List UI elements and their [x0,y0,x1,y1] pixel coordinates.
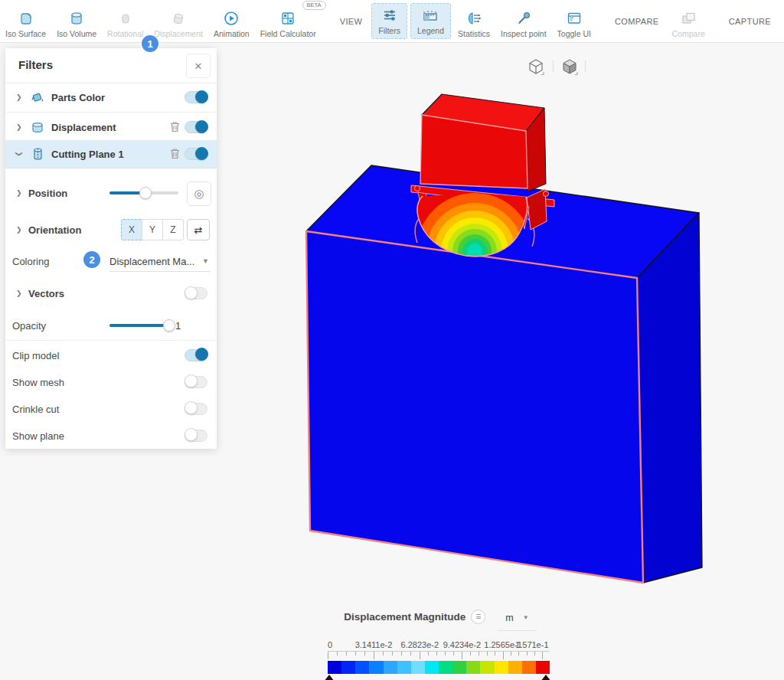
colorbar-segment [439,661,452,674]
minor-tick [436,652,437,655]
legend-icon [422,5,439,25]
view-cube-solid-button[interactable] [557,57,582,77]
axis-selector: XYZ [121,219,184,240]
toggle-knob [195,90,208,103]
toolbar-item-label: Statistics [458,29,490,38]
toggle-knob [185,401,198,414]
toggle-knob [185,428,198,441]
minor-tick [479,652,479,655]
toggle-knob [185,286,198,299]
switch-row-show-mesh: Show mesh [5,368,217,395]
filters-panel: Filters ✕ ❯Parts Color❯Displacement❯Cutt… [5,48,217,449]
clip-model-toggle[interactable] [185,349,207,361]
punch-nub-right [544,191,549,197]
toolbar-item-inspect-point[interactable]: Inspect point [495,0,552,42]
coloring-dropdown[interactable]: Displacement Ma... [109,256,201,267]
filter-visibility-toggle[interactable] [185,148,207,160]
filter-row-label: Parts Color [51,92,105,103]
toolbar-item-animation[interactable]: Animation [208,0,255,42]
colorbar-segment [328,661,341,674]
punch-nub-left [415,186,420,191]
chevron-right-icon[interactable]: ❯ [16,93,22,101]
close-panel-button[interactable]: ✕ [186,54,211,78]
range-max-marker[interactable] [541,675,551,680]
vectors-toggle[interactable] [185,287,207,299]
minor-tick [527,652,528,655]
legend-bar: Displacement Magnitude ☰ m ▼ 03.1411e-26… [320,606,560,680]
filter-visibility-toggle[interactable] [185,91,207,103]
axis-button-z[interactable]: Z [162,219,184,240]
trash-icon[interactable] [169,148,181,161]
toolbar-item-statistics[interactable]: Statistics [452,0,495,42]
switch-row-clip-model: Clip model [5,342,217,368]
chevron-right-icon[interactable]: ❯ [16,289,22,297]
toggle-knob [185,374,198,387]
colorbar-segment [425,661,439,674]
colorbar-tick-label: 0 [328,640,332,649]
toolbar-item-label: Iso Volume [57,29,96,38]
flip-orientation-button[interactable]: ⇄ [187,219,210,240]
vectors-label: Vectors [28,288,64,299]
axis-button-y[interactable]: Y [142,219,163,240]
swap-arrows-icon: ⇄ [194,224,203,236]
axis-button-x[interactable]: X [121,219,142,240]
colorbar-tick-label: 3.1411e-2 [355,640,393,649]
legend-menu-button[interactable]: ☰ [471,610,485,624]
top-toolbar: Iso SurfaceIso VolumeRotationalDisplacem… [0,0,784,43]
chevron-down-icon[interactable]: ❯ [15,151,23,157]
toolbar-item-label: Iso Surface [5,29,46,38]
filter-visibility-toggle[interactable] [185,121,207,133]
unit-dropdown[interactable]: m ▼ [498,610,536,631]
slider-knob[interactable] [163,319,175,332]
filter-row-parts-color[interactable]: ❯Parts Color [5,83,217,113]
slider-knob[interactable] [139,187,152,199]
chevron-right-icon[interactable]: ❯ [16,226,22,234]
view-cube-wireframe-button[interactable] [524,57,548,77]
displacement-icon [170,8,187,28]
toolbar-item-displacement[interactable]: Displacement [149,0,208,42]
crinkle-cut-toggle[interactable] [185,403,207,415]
toolbar-item-compare[interactable]: Compare [667,0,710,42]
range-min-marker[interactable] [324,675,335,680]
opacity-slider[interactable] [109,319,169,332]
minor-tick [410,652,411,655]
toolbar-item-toggle-ui[interactable]: Toggle UI [552,0,596,42]
toolbar-item-rotational[interactable]: Rotational [102,0,149,42]
minor-tick [355,652,356,655]
switch-row-crinkle-cut: Crinkle cut [5,395,217,422]
position-row: ❯ Position ◎ [5,178,217,208]
minor-tick [453,652,454,655]
chevron-down-icon: ▼ [523,614,529,621]
toolbar-item-label: Legend [417,26,444,35]
toggle-knob [195,348,208,361]
colorbar-segment [341,661,355,674]
toolbar-item-iso-volume[interactable]: Iso Volume [51,0,102,42]
position-slider[interactable] [109,187,178,199]
show-mesh-toggle[interactable] [185,376,207,388]
show-plane-toggle[interactable] [185,430,207,442]
chevron-right-icon[interactable]: ❯ [16,123,22,131]
colorbar-tick-label: 6.2823e-2 [401,640,439,649]
colorbar-gradient [328,661,550,674]
field-calculator-icon [279,8,296,28]
toolbar-item-screenshot[interactable]: Screenshot [779,0,784,42]
filter-row-cutting-plane-1[interactable]: ❯Cutting Plane 1 [5,140,217,168]
minor-tick [495,652,495,655]
close-icon: ✕ [194,60,203,72]
minor-tick [383,652,384,655]
filter-row-displacement[interactable]: ❯Displacement [5,113,217,142]
toolbar-item-filters[interactable]: Filters [371,3,407,39]
toolbar-item-iso-surface[interactable]: Iso Surface [0,0,51,42]
inspect-point-icon [515,8,532,28]
cutting-plane-1-icon [30,146,45,162]
trash-icon[interactable] [169,121,181,134]
toolbar-item-field-calculator[interactable]: Field CalculatorBETA [255,0,322,42]
center-plane-button[interactable]: ◎ [187,181,211,206]
viewport-separator [553,60,554,73]
minor-tick [487,652,488,655]
toolbar-item-legend[interactable]: Legend [410,3,451,39]
colorbar-segment [522,661,536,674]
minor-tick [518,652,519,655]
chevron-right-icon[interactable]: ❯ [16,189,22,197]
colorbar-segment [411,661,425,674]
